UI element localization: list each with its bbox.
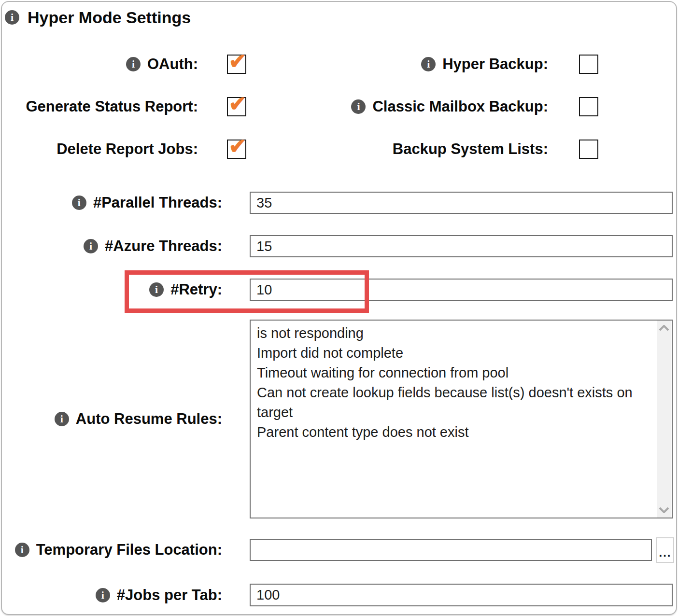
generate-status-report-label: Generate Status Report: <box>26 98 198 115</box>
delete-report-jobs-label: Delete Report Jobs: <box>56 140 198 158</box>
classic-mailbox-backup-label: Classic Mailbox Backup: <box>372 98 548 115</box>
hyper-mode-settings-panel <box>1 1 677 615</box>
chevron-up-icon[interactable] <box>659 325 669 331</box>
parallel-threads-label: #Parallel Threads: <box>93 194 222 211</box>
oauth-label: OAuth: <box>147 56 198 73</box>
generate-status-report-label-row: Generate Status Report: <box>26 97 198 116</box>
backup-system-lists-checkbox[interactable] <box>579 140 598 159</box>
azure-threads-label-row: i #Azure Threads: <box>84 235 222 257</box>
jobs-per-tab-label-row: i #Jobs per Tab: <box>96 584 222 606</box>
chevron-down-icon[interactable] <box>659 507 669 513</box>
info-icon[interactable]: i <box>421 57 436 71</box>
info-icon[interactable]: i <box>72 196 86 210</box>
textarea-scrollbar[interactable] <box>657 321 671 518</box>
hyper-backup-label-row: i Hyper Backup: <box>421 55 548 74</box>
retry-input[interactable] <box>250 279 673 301</box>
info-icon[interactable]: i <box>15 543 29 557</box>
info-icon[interactable]: i <box>126 57 141 71</box>
generate-status-report-checkbox[interactable]: ✔ <box>227 97 246 116</box>
azure-threads-label: #Azure Threads: <box>105 238 222 255</box>
classic-mailbox-backup-checkbox[interactable] <box>579 97 598 116</box>
backup-system-lists-label-row: Backup System Lists: <box>393 140 548 159</box>
info-icon[interactable]: i <box>149 282 164 297</box>
jobs-per-tab-label: #Jobs per Tab: <box>117 587 222 604</box>
parallel-threads-input[interactable] <box>250 192 673 214</box>
classic-mailbox-backup-label-row: i Classic Mailbox Backup: <box>351 97 548 116</box>
retry-label: #Retry: <box>170 281 222 298</box>
info-icon[interactable]: i <box>351 99 366 114</box>
oauth-checkbox[interactable]: ✔ <box>227 55 246 74</box>
delete-report-jobs-label-row: Delete Report Jobs: <box>56 140 198 159</box>
hyper-backup-checkbox[interactable] <box>579 55 598 74</box>
auto-resume-rules-label: Auto Resume Rules: <box>76 410 222 428</box>
oauth-label-row: i OAuth: <box>126 55 198 74</box>
retry-label-row: i #Retry: <box>149 279 222 301</box>
delete-report-jobs-checkbox[interactable]: ✔ <box>227 140 246 159</box>
hyper-mode-settings-screen: i Hyper Mode Settings i OAuth: ✔ i Hyper… <box>0 0 678 616</box>
jobs-per-tab-input[interactable] <box>250 584 673 606</box>
azure-threads-input[interactable] <box>250 235 673 257</box>
info-icon[interactable]: i <box>96 588 110 602</box>
backup-system-lists-label: Backup System Lists: <box>393 140 548 158</box>
info-icon[interactable]: i <box>55 412 69 426</box>
hyper-backup-label: Hyper Backup: <box>442 56 548 73</box>
parallel-threads-label-row: i #Parallel Threads: <box>72 192 222 214</box>
page-title: Hyper Mode Settings <box>28 7 191 28</box>
temporary-files-location-label-row: i Temporary Files Location: <box>15 539 222 561</box>
temporary-files-location-input[interactable] <box>250 539 652 561</box>
info-icon[interactable]: i <box>5 10 19 25</box>
auto-resume-rules-textarea[interactable]: is not responding Import did not complet… <box>250 320 673 518</box>
browse-button[interactable]: ... <box>656 537 674 563</box>
auto-resume-rules-label-row: i Auto Resume Rules: <box>55 408 222 430</box>
temporary-files-location-label: Temporary Files Location: <box>36 541 222 559</box>
info-icon[interactable]: i <box>84 239 98 253</box>
